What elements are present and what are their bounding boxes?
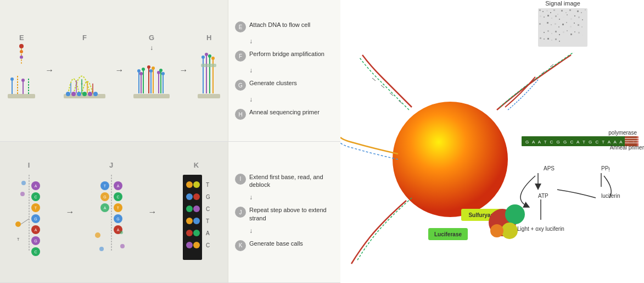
svg-rect-136 xyxy=(563,16,564,18)
right-panel: Signal image Sulfuryase Luciferase xyxy=(340,0,644,283)
svg-text:G: G xyxy=(34,239,37,243)
svg-point-2 xyxy=(10,77,14,81)
figure-f: F xyxy=(63,34,107,108)
fig-h-label: H xyxy=(206,34,211,42)
svg-text:G: G xyxy=(34,217,37,221)
step-e-text: Attach DNA to flow cell xyxy=(249,21,310,29)
svg-rect-150 xyxy=(570,26,572,27)
svg-point-112 xyxy=(193,242,200,248)
figure-e: E xyxy=(7,34,37,108)
svg-rect-165 xyxy=(582,35,583,36)
svg-text:C: C xyxy=(34,250,37,254)
top-diagram-row: E → xyxy=(0,0,340,142)
svg-point-108 xyxy=(186,230,193,236)
svg-point-50 xyxy=(201,56,205,59)
fig-k-label: K xyxy=(194,161,199,169)
svg-rect-145 xyxy=(551,24,552,25)
svg-rect-129 xyxy=(585,9,586,10)
svg-rect-25 xyxy=(133,94,170,98)
svg-text:A: A xyxy=(34,228,37,232)
top-steps-area: E Attach DNA to flow cell ↓ F Perform br… xyxy=(228,0,340,141)
anneal-primer-label: Anneal primer xyxy=(610,145,644,151)
svg-text:↓: ↓ xyxy=(150,44,153,52)
svg-point-17 xyxy=(93,92,98,96)
figure-g: G ↓ xyxy=(132,34,171,108)
svg-rect-121 xyxy=(553,9,555,11)
svg-rect-158 xyxy=(555,31,557,32)
svg-text:C: C xyxy=(116,195,119,199)
svg-point-70 xyxy=(20,192,25,196)
step-f-text: Perform bridge amplification xyxy=(249,50,324,58)
svg-point-102 xyxy=(186,206,193,212)
svg-rect-141 xyxy=(582,19,583,20)
svg-point-177 xyxy=(501,223,518,239)
svg-rect-137 xyxy=(567,14,568,15)
svg-rect-171 xyxy=(559,41,560,42)
fig-f-label: F xyxy=(82,34,87,42)
atp-label: ATP xyxy=(538,193,548,199)
svg-rect-153 xyxy=(581,26,583,27)
svg-point-91 xyxy=(95,232,100,238)
svg-point-12 xyxy=(66,92,70,96)
fig-i-label: I xyxy=(28,161,30,169)
svg-point-69 xyxy=(21,181,26,185)
step-h: H Anneal sequencing primer xyxy=(235,108,334,120)
svg-point-105 xyxy=(186,218,193,224)
svg-point-10 xyxy=(20,56,23,59)
svg-rect-147 xyxy=(558,26,559,27)
svg-rect-123 xyxy=(561,10,563,12)
polymerase-label: polymerase xyxy=(608,130,637,136)
step-f: F Perform bridge amplification xyxy=(235,50,334,62)
svg-rect-44 xyxy=(198,94,220,98)
svg-text:A: A xyxy=(34,184,37,188)
svg-rect-166 xyxy=(540,37,541,39)
svg-rect-160 xyxy=(563,31,564,33)
svg-point-9 xyxy=(20,50,23,53)
arrow-after-i: ↓ xyxy=(249,194,334,201)
svg-point-39 xyxy=(149,69,153,73)
svg-rect-157 xyxy=(551,33,552,34)
luciferase-label: Luciferase xyxy=(434,231,462,237)
svg-rect-154 xyxy=(540,30,541,32)
light-label: Light + oxy luciferin xyxy=(517,226,564,232)
arrow-e-to-f: → xyxy=(45,65,54,75)
svg-rect-95 xyxy=(183,175,202,260)
step-h-circle: H xyxy=(235,109,246,120)
svg-line-72 xyxy=(21,219,29,224)
svg-rect-120 xyxy=(550,12,551,13)
svg-text:G: G xyxy=(116,217,119,221)
svg-rect-138 xyxy=(570,18,572,20)
arrow-after-g: ↓ xyxy=(249,96,334,103)
svg-rect-132 xyxy=(547,15,549,16)
svg-point-52 xyxy=(208,54,211,58)
step-i-text: Extend first base, read, and deblock xyxy=(249,173,334,189)
svg-rect-161 xyxy=(567,30,568,31)
svg-text:T: T xyxy=(206,182,209,188)
svg-rect-170 xyxy=(555,38,557,40)
figure-i: I A C T G A G xyxy=(13,161,46,263)
svg-rect-117 xyxy=(539,9,541,11)
svg-point-176 xyxy=(505,204,525,224)
svg-rect-122 xyxy=(557,14,558,15)
arrow-j-to-k: → xyxy=(148,207,157,217)
step-e-circle: E xyxy=(235,21,246,32)
svg-point-94 xyxy=(120,231,123,234)
step-k-circle: K xyxy=(235,240,246,251)
svg-rect-119 xyxy=(546,10,548,12)
svg-point-37 xyxy=(142,68,145,71)
svg-rect-49 xyxy=(201,64,216,67)
svg-point-93 xyxy=(99,247,104,251)
svg-point-51 xyxy=(205,53,208,56)
arrow-f-to-g: → xyxy=(115,65,124,75)
svg-text:T: T xyxy=(34,206,37,210)
svg-point-8 xyxy=(19,44,24,48)
svg-rect-167 xyxy=(544,38,545,40)
svg-text:A: A xyxy=(206,230,210,236)
svg-rect-127 xyxy=(577,10,579,12)
svg-rect-146 xyxy=(555,23,556,25)
svg-text:A: A xyxy=(103,206,106,210)
arrow-g-to-h: → xyxy=(180,65,188,75)
svg-text:C: C xyxy=(206,242,210,248)
svg-text:A: A xyxy=(116,228,119,232)
svg-rect-118 xyxy=(542,11,544,12)
